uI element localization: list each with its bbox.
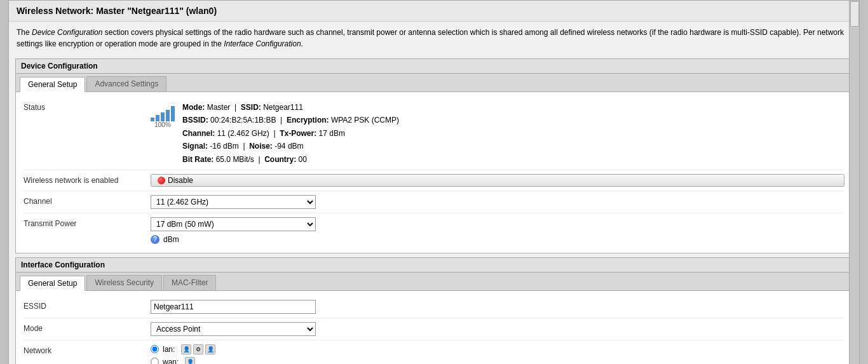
signal-percent: 100% — [154, 121, 171, 128]
network-control: lan: 👤 ⚙ 👤 wan: 👤 — [151, 344, 844, 364]
network-label: Network — [24, 344, 151, 355]
channel-select[interactable]: 11 (2.462 GHz) auto 1 (2.412 GHz) 6 (2.4… — [151, 195, 316, 209]
desc-em2: Interface Configuration — [224, 39, 301, 48]
essid-row: ESSID — [24, 296, 844, 318]
lan-icon-1[interactable]: 👤 — [181, 344, 191, 354]
lan-radio-row: lan: 👤 ⚙ 👤 — [151, 344, 844, 354]
dbm-row: ? dBm — [151, 235, 844, 244]
country-label: Country: — [264, 155, 296, 164]
channel-control: 11 (2.462 GHz) auto 1 (2.412 GHz) 6 (2.4… — [151, 195, 844, 209]
mode-row: Mode Access Point Client Ad-Hoc Monitor — [24, 318, 844, 340]
mode-select[interactable]: Access Point Client Ad-Hoc Monitor — [151, 322, 316, 336]
dbm-label: dBm — [163, 235, 179, 244]
tab-device-general-setup[interactable]: General Setup — [20, 77, 85, 92]
signal-bar-5 — [171, 106, 175, 121]
signal-bar-4 — [166, 110, 170, 121]
wireless-enabled-row: Wireless network is enabled Disable — [24, 170, 844, 191]
channel-value: 11 (2.462 GHz) — [217, 129, 269, 138]
interface-config-section: Interface Configuration General Setup Wi… — [15, 257, 853, 364]
lan-radio[interactable] — [151, 345, 159, 353]
page-description: The Device Configuration section covers … — [9, 22, 859, 55]
signal-dbm-value: -16 dBm — [210, 142, 238, 151]
country-value: 00 — [299, 155, 307, 164]
signal-bar-1 — [151, 118, 154, 121]
channel-row: Channel 11 (2.462 GHz) auto 1 (2.412 GHz… — [24, 191, 844, 213]
ssid-value: Netgear111 — [263, 103, 303, 112]
tab-device-advanced-settings[interactable]: Advanced Settings — [86, 76, 166, 91]
lan-icon-2[interactable]: ⚙ — [193, 344, 203, 354]
lan-icon-3[interactable]: 👤 — [205, 344, 215, 354]
signal-bar-3 — [161, 112, 165, 121]
status-control: 100% Mode: Master | SSID: Netgear111 — [151, 101, 844, 166]
disable-button-label: Disable — [168, 176, 193, 185]
transmit-power-row: Transmit Power 17 dBm (50 mW) 14 dBm (25… — [24, 213, 844, 248]
disable-button[interactable]: Disable — [151, 174, 844, 187]
noise-value: -94 dBm — [275, 142, 303, 151]
desc-text3: . — [301, 39, 303, 48]
wan-radio-row: wan: 👤 — [151, 357, 844, 364]
status-label: Status — [24, 101, 151, 112]
interface-config-title: Interface Configuration — [16, 258, 852, 273]
mode-label: Mode — [24, 322, 151, 333]
device-config-title: Device Configuration — [16, 59, 852, 74]
page-title: Wireless Network: Master "Netgear111" (w… — [9, 1, 859, 22]
essid-input[interactable] — [151, 300, 316, 314]
device-config-section: Device Configuration General Setup Advan… — [15, 58, 853, 253]
bitrate-value: 65.0 MBit/s — [216, 155, 254, 164]
status-line4: Signal: -16 dBm | Noise: -94 dBm — [182, 140, 399, 152]
signal-bars — [151, 104, 175, 121]
tab-mac-filter[interactable]: MAC-Filter — [163, 275, 216, 290]
signal-label: Signal: — [182, 142, 208, 151]
network-radio-group: lan: 👤 ⚙ 👤 wan: 👤 — [151, 344, 844, 364]
bitrate-label: Bit Rate: — [182, 155, 214, 164]
bssid-label: BSSID: — [182, 116, 208, 125]
essid-control — [151, 300, 844, 314]
status-line5: Bit Rate: 65.0 MBit/s | Country: 00 — [182, 153, 399, 166]
desc-text1: The — [17, 28, 32, 37]
page-wrapper: Wireless Network: Master "Netgear111" (w… — [8, 0, 860, 364]
txpower-value: 17 dBm — [319, 129, 345, 138]
wan-icons: 👤 — [185, 357, 195, 364]
txpower-label: Tx-Power: — [280, 129, 316, 138]
wan-radio[interactable] — [151, 358, 159, 364]
desc-text2: section covers physical settings of the … — [17, 28, 844, 48]
device-config-tabs: General Setup Advanced Settings — [16, 74, 852, 92]
signal-icon: 100% — [151, 101, 175, 128]
signal-bar-2 — [156, 115, 159, 121]
desc-em1: Device Configuration — [32, 28, 102, 37]
ssid-label: SSID: — [241, 103, 261, 112]
transmit-power-select[interactable]: 17 dBm (50 mW) 14 dBm (25 mW) 11 dBm (12… — [151, 217, 316, 231]
wan-icon-1[interactable]: 👤 — [185, 357, 195, 364]
status-row: Status 100% — [24, 97, 844, 170]
status-line3: Channel: 11 (2.462 GHz) | Tx-Power: 17 d… — [182, 127, 399, 140]
noise-label: Noise: — [249, 142, 273, 151]
wireless-enabled-control: Disable — [151, 174, 844, 187]
status-area: 100% Mode: Master | SSID: Netgear111 — [151, 101, 844, 166]
tab-wireless-security[interactable]: Wireless Security — [86, 275, 162, 290]
wireless-enabled-label: Wireless network is enabled — [24, 174, 151, 185]
interface-config-form: ESSID Mode Access Point Client Ad-Hoc Mo… — [16, 291, 852, 364]
network-row: Network lan: 👤 ⚙ 👤 — [24, 340, 844, 364]
tab-interface-general-setup[interactable]: General Setup — [20, 276, 85, 291]
bssid-value: 00:24:B2:5A:1B:BB — [210, 116, 276, 125]
mode-value: Master — [207, 103, 231, 112]
status-info: Mode: Master | SSID: Netgear111 BSSID: 0… — [182, 101, 399, 166]
transmit-power-label: Transmit Power — [24, 217, 151, 228]
scrollbar[interactable] — [849, 1, 859, 364]
scrollbar-thumb[interactable] — [850, 1, 859, 27]
lan-icons: 👤 ⚙ 👤 — [181, 344, 215, 354]
red-circle-icon — [158, 177, 165, 184]
essid-label: ESSID — [24, 300, 151, 311]
dbm-help-icon[interactable]: ? — [151, 235, 159, 244]
lan-label: lan: — [163, 345, 175, 354]
interface-config-tabs: General Setup Wireless Security MAC-Filt… — [16, 273, 852, 291]
encryption-label: Encryption: — [287, 116, 329, 125]
channel-label: Channel — [24, 195, 151, 206]
mode-control: Access Point Client Ad-Hoc Monitor — [151, 322, 844, 336]
device-config-form: Status 100% — [16, 92, 852, 253]
encryption-value: WPA2 PSK (CCMP) — [331, 116, 399, 125]
wan-label: wan: — [163, 358, 179, 364]
channel-label: Channel: — [182, 129, 215, 138]
transmit-power-control: 17 dBm (50 mW) 14 dBm (25 mW) 11 dBm (12… — [151, 217, 844, 244]
status-line1: Mode: Master | SSID: Netgear111 — [182, 101, 399, 114]
